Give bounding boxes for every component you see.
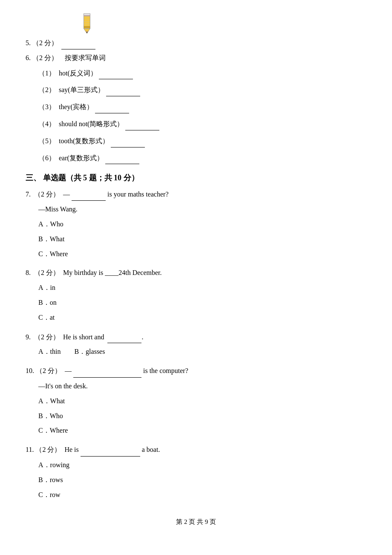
q10-blank <box>73 365 141 378</box>
q11-number: 11. <box>26 444 34 456</box>
q5-number: 5. <box>26 39 31 46</box>
q7-option-a: A．Who <box>38 218 366 231</box>
q5-score: （2 分） <box>32 39 58 46</box>
q6-number: 6. <box>26 54 31 61</box>
q6-blank-3 <box>95 101 129 113</box>
q6-sub-2: （2） say(单三形式） <box>38 84 366 96</box>
q11-score: （2 分） <box>35 444 61 456</box>
q8-option-b: B．on <box>38 297 366 309</box>
q7-main: 7. （2 分） — is your maths teacher? <box>26 188 366 201</box>
q6-blank-2 <box>106 84 140 96</box>
page-footer: 第 2 页 共 9 页 <box>26 518 366 526</box>
question-5: 5. （2 分） <box>26 37 366 49</box>
q6-blank-4 <box>125 118 159 130</box>
q8-main: 8. （2 分） My birthday is ____24th Decembe… <box>26 267 366 279</box>
q6-sub-1: （1） hot(反义词） <box>38 67 366 80</box>
q6-sub-5: （5） tooth(复数形式） <box>38 135 366 147</box>
question-10: 10. （2 分） — is the computer? —It's on th… <box>26 365 366 437</box>
question-8: 8. （2 分） My birthday is ____24th Decembe… <box>26 267 366 324</box>
q11-option-c: C．row <box>38 489 366 501</box>
q6-instruction: 按要求写单词 <box>65 54 106 61</box>
q11-blank <box>81 444 140 457</box>
q11-option-b: B．rows <box>38 474 366 486</box>
question-6: 6. （2 分） 按要求写单词 （1） hot(反义词） （2） say(单三形… <box>26 52 366 165</box>
q6-main: 6. （2 分） 按要求写单词 <box>26 52 366 64</box>
q5-blank <box>61 37 95 49</box>
page-content: 5. （2 分） 6. （2 分） 按要求写单词 （1） hot(反义词） （2… <box>26 13 366 526</box>
section-3-title: 三、 单选题（共 5 题；共 10 分） <box>26 173 366 183</box>
q6-sub-4: （4） should not(简略形式） <box>38 118 366 130</box>
question-11: 11. （2 分） He is a boat. A．rowing B．rows … <box>26 444 366 501</box>
q10-option-a: A．What <box>38 395 366 408</box>
q10-option-c: C．Where <box>38 425 366 437</box>
q8-option-a: A．in <box>38 282 366 294</box>
q7-option-b: B．What <box>38 233 366 246</box>
svg-rect-3 <box>84 26 90 28</box>
question-9: 9. （2 分） He is short and . A．thin B．glas… <box>26 331 366 358</box>
q9-score: （2 分） <box>34 333 60 341</box>
q7-answer: —Miss Wang. <box>38 203 366 216</box>
q10-score: （2 分） <box>36 365 61 377</box>
svg-rect-2 <box>84 15 90 16</box>
q10-number: 10. <box>26 365 34 377</box>
q6-sub-6: （6） ear(复数形式） <box>38 152 366 165</box>
q8-option-c: C．at <box>38 312 366 324</box>
question-7: 7. （2 分） — is your maths teacher? —Miss … <box>26 188 366 260</box>
q10-main: 10. （2 分） — is the computer? <box>26 365 366 378</box>
q8-score: （2 分） <box>34 269 60 276</box>
q11-main: 11. （2 分） He is a boat. <box>26 444 366 457</box>
q6-score: （2 分） <box>32 54 58 61</box>
pencil-image <box>77 13 97 35</box>
q7-option-c: C．Where <box>38 248 366 260</box>
q10-answer: —It's on the desk. <box>38 380 366 393</box>
q8-number: 8. <box>26 269 31 276</box>
q11-option-a: A．rowing <box>38 459 366 471</box>
q6-blank-6 <box>105 152 139 165</box>
q9-blank <box>107 331 141 344</box>
q7-score: （2 分） <box>34 191 60 198</box>
q7-blank <box>72 188 106 201</box>
q7-number: 7. <box>26 191 31 198</box>
q6-blank-1 <box>99 67 133 80</box>
q9-number: 9. <box>26 333 31 341</box>
q6-blank-5 <box>111 135 145 147</box>
q9-main: 9. （2 分） He is short and . <box>26 331 366 344</box>
q10-option-b: B．Who <box>38 410 366 422</box>
q6-sub-3: （3） they(宾格） <box>38 101 366 113</box>
q9-option-ab: A．thin B．glasses <box>38 346 366 358</box>
q5-image-area <box>77 13 366 35</box>
